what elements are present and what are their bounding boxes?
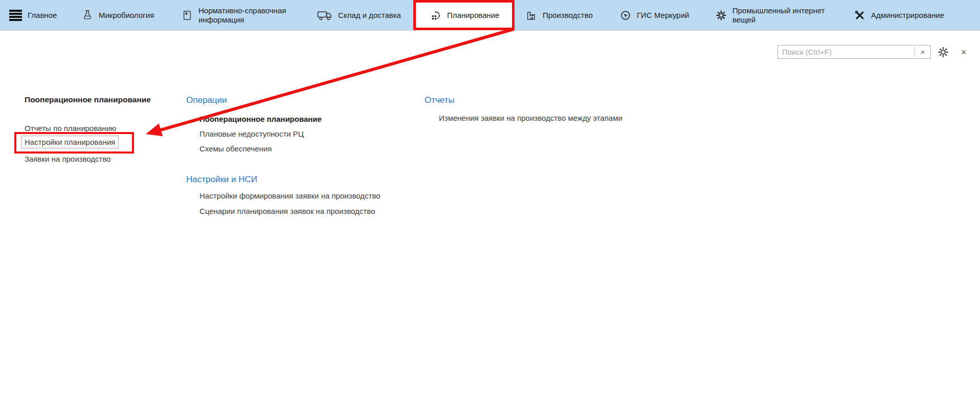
tab-sklad[interactable]: Склад и доставка <box>317 0 401 31</box>
tab-nsi[interactable]: Нормативно-справочная информация <box>182 0 299 31</box>
menu-item-shemy-obespecheniya[interactable]: Схемы обеспечения <box>199 144 272 153</box>
tab-administrirovanie[interactable]: Администрирование <box>854 0 944 31</box>
tab-label: Нормативно-справочная информация <box>198 6 299 25</box>
menu-item-scenarii-planirovaniya[interactable]: Сценарии планирования заявок на производ… <box>199 207 375 215</box>
tab-glavnoe[interactable]: Главное <box>28 0 57 31</box>
top-menu-bar: Главное Микробиология Нормативно-справоч… <box>0 0 980 31</box>
search-input[interactable] <box>778 46 915 58</box>
tab-label: Планирование <box>447 11 499 20</box>
group-title-nastroyki-i-nsi[interactable]: Настройки и НСИ <box>186 175 257 185</box>
tab-label: Администрирование <box>871 11 944 20</box>
search-box: × <box>777 45 931 59</box>
menu-item-nastroyki-formirovaniya[interactable]: Настройки формирования заявки на произво… <box>199 191 381 200</box>
tab-label: Главное <box>28 11 57 20</box>
main-menu-button[interactable] <box>9 0 22 31</box>
truck-icon <box>317 10 332 21</box>
hamburger-icon <box>9 10 22 21</box>
tab-label: Промышленный интернет вещей <box>732 6 839 25</box>
close-icon: × <box>961 47 967 58</box>
settings-button[interactable] <box>937 46 949 58</box>
tab-planirovanie[interactable]: Планирование <box>430 0 499 31</box>
group-title-operacii[interactable]: Операции <box>186 95 227 105</box>
menu-item-zayavki-na-proizvodstvo[interactable]: Заявки на производство <box>25 155 111 163</box>
menu-item-izmeneniya-zayavki[interactable]: Изменения заявки на производство между э… <box>439 114 622 122</box>
tab-gis-mercury[interactable]: ГИС Меркурий <box>620 0 689 31</box>
factory-icon <box>526 10 537 21</box>
menu-item-nastroyki-planirovaniya[interactable]: Настройки планирования <box>21 136 119 148</box>
menu-item-planovye-nedostupnosti[interactable]: Плановые недоступности РЦ <box>199 129 304 138</box>
tab-iot[interactable]: Промышленный интернет вещей <box>716 0 839 31</box>
close-panel-button[interactable]: × <box>957 46 970 58</box>
tab-label: Склад и доставка <box>338 11 401 20</box>
flask-icon <box>82 10 93 21</box>
tab-label: Производство <box>543 11 593 20</box>
mercury-globe-icon <box>620 10 631 21</box>
tab-label: Микробиология <box>99 11 154 20</box>
tools-icon <box>854 10 865 21</box>
tab-label: ГИС Меркурий <box>637 11 689 20</box>
book-icon <box>182 10 193 21</box>
tab-mikrobiologiya[interactable]: Микробиология <box>82 0 154 31</box>
gear-icon <box>938 47 949 58</box>
menu-item-otchety-po-planirovaniyu[interactable]: Отчеты по планированию <box>25 124 116 133</box>
group-title-otchety[interactable]: Отчеты <box>425 95 455 105</box>
iot-hub-icon <box>716 10 727 21</box>
planning-dots-icon <box>430 10 441 21</box>
search-clear-button[interactable]: × <box>915 46 930 58</box>
left-section-title: Пооперационное планирование <box>25 95 151 104</box>
menu-item-pooperacionnoe-planirovanie[interactable]: Пооперационное планирование <box>199 115 322 123</box>
tab-proizvodstvo[interactable]: Производство <box>526 0 593 31</box>
annotation-arrow <box>0 0 980 414</box>
